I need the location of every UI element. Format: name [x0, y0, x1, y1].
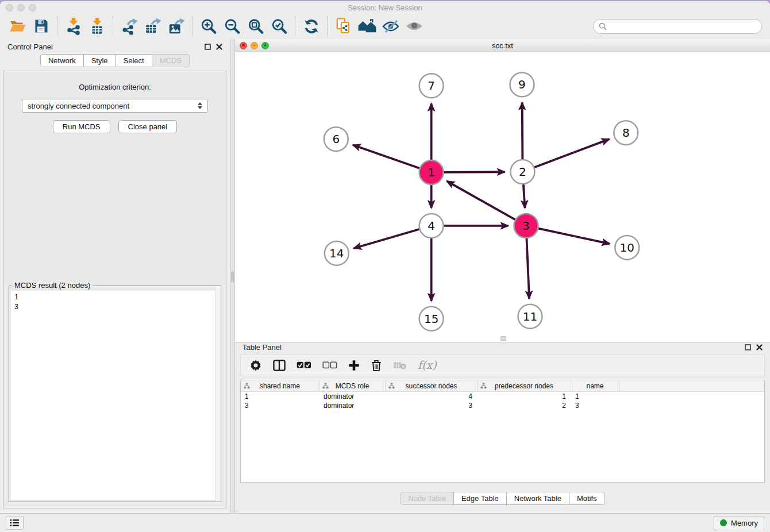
- network-canvas[interactable]: 7968124314101511: [235, 52, 770, 342]
- table-tab-network-table[interactable]: Network Table: [506, 492, 569, 505]
- apply-layout-button[interactable]: [355, 16, 379, 37]
- node-2[interactable]: 2: [510, 160, 534, 184]
- control-tab-style[interactable]: Style: [83, 54, 116, 67]
- float-table-panel-icon[interactable]: [745, 344, 751, 350]
- column-header-shared-name[interactable]: shared name: [241, 380, 319, 391]
- close-panel-icon[interactable]: [216, 44, 222, 50]
- open-session-button[interactable]: [6, 16, 29, 37]
- zoom-in-button[interactable]: [197, 16, 220, 37]
- window-title: Session: New Session: [0, 3, 770, 12]
- save-session-button[interactable]: [29, 16, 53, 37]
- table-body: 1dominator4113dominator323: [241, 392, 764, 410]
- close-table-panel-icon[interactable]: [756, 344, 763, 350]
- export-network-button[interactable]: [117, 16, 141, 37]
- node-6[interactable]: 6: [324, 127, 348, 151]
- search-input[interactable]: [610, 21, 756, 31]
- column-header-mcds-role[interactable]: MCDS role: [319, 380, 386, 391]
- mcds-panel-body: Optimization criterion: strongly connect…: [3, 71, 226, 508]
- hierarchy-icon: [244, 383, 250, 389]
- delete-table-button[interactable]: [393, 361, 407, 370]
- zoom-out-button[interactable]: [220, 16, 244, 37]
- export-table-button[interactable]: [141, 16, 164, 37]
- table-row[interactable]: 3dominator323: [241, 401, 764, 410]
- edge-2-8[interactable]: [534, 139, 609, 167]
- memory-label: Memory: [731, 519, 758, 527]
- dropdown-spinner-icon: [198, 102, 202, 109]
- table-panel-tabs: Node TableEdge TableNetwork TableMotifs: [235, 492, 770, 505]
- node-10[interactable]: 10: [615, 236, 639, 260]
- trash-icon: [371, 359, 382, 372]
- toolbar-separator: [113, 17, 113, 36]
- export-image-button[interactable]: [164, 16, 188, 37]
- function-builder-button[interactable]: f(x): [418, 360, 437, 371]
- svg-text:9: 9: [518, 78, 526, 91]
- edge-3-10[interactable]: [538, 229, 610, 244]
- show-all-button[interactable]: [402, 16, 426, 37]
- svg-text:11: 11: [523, 310, 537, 323]
- table-tab-motifs[interactable]: Motifs: [569, 492, 605, 505]
- zoom-fit-button[interactable]: [244, 16, 267, 37]
- table-settings-button[interactable]: [249, 359, 262, 372]
- edge-1-2[interactable]: [444, 172, 505, 172]
- node-11[interactable]: 11: [518, 304, 542, 329]
- node-15[interactable]: 15: [419, 307, 444, 331]
- hide-selected-button[interactable]: [379, 16, 402, 37]
- delete-column-button[interactable]: [371, 359, 382, 372]
- float-panel-icon[interactable]: [205, 44, 211, 50]
- table-row[interactable]: 1dominator411: [241, 392, 764, 401]
- edge-3-1[interactable]: [447, 181, 515, 219]
- select-all-columns-button[interactable]: [297, 361, 311, 369]
- column-header-name[interactable]: name: [571, 380, 619, 391]
- edge-2-9[interactable]: [522, 102, 523, 159]
- result-scrollbar[interactable]: [215, 286, 221, 502]
- edge-1-6[interactable]: [353, 145, 419, 168]
- panel-splitter[interactable]: [230, 39, 235, 513]
- mcds-app-button[interactable]: [332, 16, 355, 37]
- task-history-button[interactable]: [6, 516, 24, 530]
- svg-text:15: 15: [424, 312, 438, 326]
- column-layout-button[interactable]: [273, 360, 286, 371]
- node-3[interactable]: 3: [514, 214, 538, 238]
- import-table-button[interactable]: [85, 16, 109, 37]
- node-8[interactable]: 8: [614, 121, 638, 145]
- network-zoom-icon[interactable]: +: [261, 42, 269, 49]
- save-floppy-icon: [33, 18, 49, 34]
- control-tab-network[interactable]: Network: [40, 54, 84, 67]
- column-header-predecessor-nodes[interactable]: predecessor nodes: [478, 380, 571, 391]
- network-window-titlebar: scc.txt × − +: [235, 39, 770, 52]
- cell-successor_nodes: 3: [386, 402, 478, 410]
- network-minimize-icon[interactable]: −: [251, 42, 258, 49]
- column-header-successor-nodes[interactable]: successor nodes: [386, 380, 478, 391]
- deselect-all-columns-button[interactable]: [322, 361, 337, 369]
- edge-4-14[interactable]: [354, 229, 419, 248]
- node-4[interactable]: 4: [419, 214, 444, 238]
- canvas-splitter-handle[interactable]: [500, 336, 506, 341]
- zoom-selected-button[interactable]: [267, 16, 291, 37]
- run-mcds-button[interactable]: Run MCDS: [53, 120, 110, 133]
- control-tab-select[interactable]: Select: [116, 54, 152, 67]
- node-7[interactable]: 7: [419, 74, 444, 98]
- control-tab-mcds[interactable]: MCDS: [152, 54, 190, 67]
- column-label: name: [586, 382, 603, 390]
- node-14[interactable]: 14: [325, 241, 349, 265]
- column-label: shared name: [260, 382, 300, 390]
- add-column-button[interactable]: [348, 360, 360, 371]
- close-panel-button[interactable]: Close panel: [118, 120, 178, 133]
- node-1[interactable]: 1: [419, 160, 444, 184]
- control-panel-tabs: NetworkStyleSelectMCDS: [0, 54, 230, 67]
- cell-name: 1: [571, 392, 619, 400]
- edge-3-11[interactable]: [526, 238, 529, 299]
- table-header-row: shared nameMCDS rolesuccessor nodesprede…: [241, 380, 764, 392]
- svg-text:8: 8: [622, 126, 630, 140]
- splitter-handle[interactable]: [231, 272, 234, 282]
- memory-status-icon: [720, 519, 727, 526]
- edge-2-3[interactable]: [523, 184, 525, 208]
- table-tab-node-table[interactable]: Node Table: [400, 492, 454, 505]
- node-9[interactable]: 9: [510, 72, 534, 97]
- import-network-button[interactable]: [61, 16, 85, 37]
- criterion-dropdown[interactable]: strongly connected component: [22, 99, 208, 113]
- refresh-button[interactable]: [299, 16, 323, 37]
- table-tab-edge-table[interactable]: Edge Table: [453, 492, 507, 505]
- memory-button[interactable]: Memory: [714, 516, 764, 530]
- network-close-icon[interactable]: ×: [240, 42, 247, 49]
